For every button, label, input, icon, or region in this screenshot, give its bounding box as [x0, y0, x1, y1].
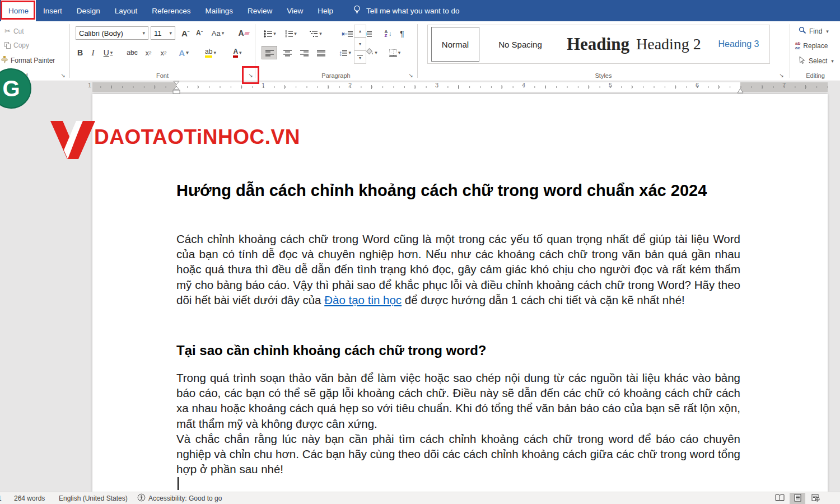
language-status[interactable]: English (United States) — [59, 492, 128, 504]
bullets-button[interactable]: ▾ — [261, 27, 279, 40]
multilevel-list-icon — [310, 30, 318, 38]
editing-group-label: Editing — [791, 72, 840, 79]
cut-button[interactable]: ✂ Cut — [4, 27, 24, 35]
styles-scroll-down[interactable]: ▾ — [354, 38, 366, 50]
tab-design[interactable]: Design — [69, 0, 108, 21]
bullet-list-icon — [264, 30, 272, 38]
ruler-zone — [0, 81, 840, 94]
sort-button[interactable]: AZ ↓ — [380, 27, 396, 40]
style-heading-3[interactable]: Heading 3 — [708, 27, 769, 62]
search-icon — [799, 26, 806, 36]
strikethrough-button[interactable]: abc — [124, 46, 140, 59]
find-button[interactable]: Find ▾ — [799, 26, 829, 36]
left-indent-marker[interactable] — [171, 81, 181, 95]
italic-button[interactable]: I — [87, 46, 99, 59]
daotaotinhoc-logo-mark — [50, 118, 95, 161]
paragraph-group-label: Paragraph — [255, 72, 417, 79]
style-heading-2[interactable]: Heading 2 — [636, 27, 703, 62]
justify-icon — [317, 49, 325, 57]
underline-button[interactable]: U ▾ — [100, 46, 116, 59]
style-heading-1[interactable]: Heading 1 — [567, 27, 634, 62]
align-left-icon — [265, 49, 274, 57]
bold-button[interactable]: B — [74, 46, 86, 59]
chevron-down-icon: ▾ — [398, 50, 401, 55]
read-mode-button[interactable] — [772, 493, 787, 504]
subscript-button[interactable]: x2 — [142, 46, 155, 59]
doc-title: Hướng dẫn cách chỉnh khoảng cách chữ tro… — [176, 179, 740, 202]
font-name-combo[interactable]: Calibri (Body) ▾ — [76, 26, 148, 40]
borders-button[interactable]: ▾ — [385, 46, 405, 59]
align-center-icon — [283, 49, 292, 57]
tab-mailings[interactable]: Mailings — [198, 0, 240, 21]
align-right-button[interactable] — [296, 46, 312, 59]
replace-button[interactable]: ab ac Replace — [795, 41, 828, 50]
ruler-mid-ticks — [92, 85, 828, 89]
web-layout-button[interactable] — [808, 493, 823, 504]
line-spacing-button[interactable]: ↕ ▾ — [334, 46, 356, 59]
style-normal[interactable]: Normal — [431, 27, 479, 62]
highlight-color-button[interactable]: ab ▾ — [200, 46, 221, 59]
print-layout-button[interactable] — [790, 493, 805, 504]
ruler-number: 4 — [522, 82, 525, 88]
right-indent-marker[interactable] — [736, 88, 745, 94]
copy-button[interactable]: Copy — [4, 41, 29, 49]
doc-paragraph-3: Và chắc chắn rằng lúc này bạn cần phải t… — [176, 431, 740, 477]
show-paragraph-marks-button[interactable]: ¶ — [395, 27, 409, 40]
font-size-combo[interactable]: 11 ▾ — [151, 26, 175, 40]
justify-button[interactable] — [313, 46, 329, 59]
styles-more-button[interactable]: ▾ — [354, 50, 366, 64]
word-count[interactable]: 264 words — [14, 492, 45, 504]
numbering-button[interactable]: ▾ — [282, 27, 300, 40]
page-count-fragment[interactable]: 1 — [0, 492, 2, 504]
chevron-down-icon: ▾ — [222, 30, 225, 36]
chevron-down-icon: ▾ — [213, 50, 216, 55]
tab-insert[interactable]: Insert — [36, 0, 69, 21]
superscript-button[interactable]: x2 — [157, 46, 170, 59]
ruler-number: 2 — [348, 82, 352, 88]
chevron-down-icon: ▾ — [319, 31, 322, 36]
print-layout-icon — [794, 494, 801, 503]
tab-help[interactable]: Help — [310, 0, 340, 21]
cursor-icon — [799, 56, 806, 66]
tell-me-label: Tell me what you want to do — [366, 7, 460, 15]
tab-view[interactable]: View — [279, 0, 310, 21]
ruler-number: 3 — [435, 82, 438, 88]
change-case-button[interactable]: Aa ▾ — [208, 26, 227, 40]
text-effects-button[interactable]: A ▾ — [175, 46, 193, 59]
align-left-button[interactable] — [262, 46, 277, 59]
shrink-font-button[interactable]: Aˇ — [193, 26, 206, 40]
font-color-button[interactable]: A ▾ — [227, 46, 248, 59]
styles-scroll-up[interactable]: ▴ — [354, 25, 366, 38]
group-separator — [255, 24, 255, 78]
dao-tao-tin-hoc-link[interactable]: Đào tạo tin học — [324, 293, 402, 306]
text-cursor — [178, 477, 179, 490]
style-no-spacing[interactable]: No Spacing — [486, 27, 554, 62]
tab-layout[interactable]: Layout — [108, 0, 145, 21]
ruler-number: 7 — [782, 82, 786, 88]
format-painter-button[interactable]: Format Painter — [1, 56, 55, 65]
chevron-down-icon: ▾ — [142, 30, 145, 36]
tab-home[interactable]: Home — [1, 0, 36, 21]
tab-references[interactable]: References — [144, 0, 198, 21]
chevron-down-icon: ▾ — [348, 50, 351, 55]
ribbon-tab-bar: Home Insert Design Layout References Mai… — [0, 0, 840, 21]
font-dialog-launcher[interactable]: ↘ — [246, 71, 255, 80]
paragraph-dialog-launcher[interactable]: ↘ — [407, 71, 415, 80]
decrease-indent-button[interactable]: ⇤ — [339, 27, 355, 40]
copy-icon — [4, 42, 11, 49]
select-button[interactable]: Select ▾ — [799, 56, 834, 66]
tell-me-box[interactable]: Tell me what you want to do — [353, 0, 460, 21]
group-separator — [69, 24, 70, 78]
styles-group-label: Styles — [417, 72, 790, 79]
font-color-icon: A — [233, 48, 238, 58]
styles-dialog-launcher[interactable]: ↘ — [777, 71, 786, 80]
clear-formatting-button[interactable]: A — [235, 26, 252, 40]
multilevel-list-button[interactable]: ▾ — [307, 27, 325, 40]
doc-paragraph-2: Trong quá trình soạn thảo văn bản để làm… — [176, 370, 740, 431]
word-window: Home Insert Design Layout References Mai… — [0, 0, 840, 504]
accessibility-status[interactable]: Accessibility: Good to go — [137, 492, 222, 504]
align-center-button[interactable] — [279, 46, 295, 59]
tab-review[interactable]: Review — [240, 0, 279, 21]
clipboard-dialog-launcher[interactable]: ↘ — [59, 71, 67, 80]
grow-font-button[interactable]: Aˆ — [179, 26, 192, 40]
